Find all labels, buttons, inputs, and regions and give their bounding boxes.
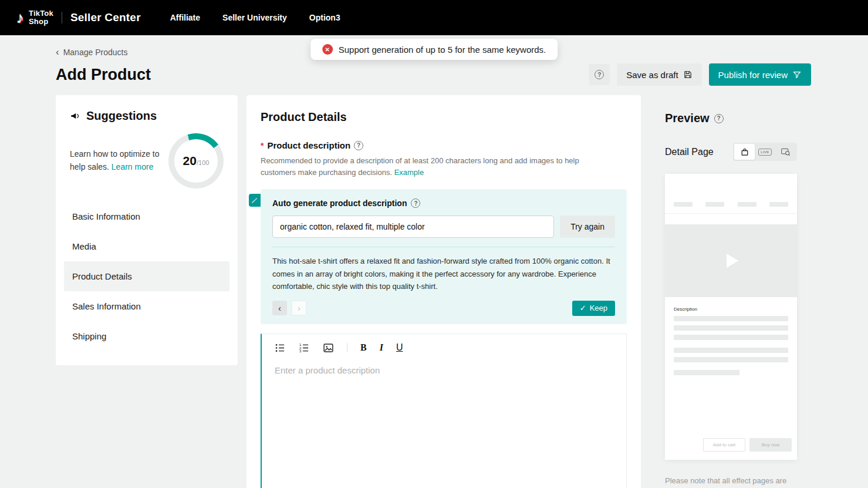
description-field-label: Product description	[267, 140, 350, 150]
editor-toolbar: 1 2 3 B I U	[262, 334, 626, 359]
bold-button[interactable]: B	[360, 342, 367, 353]
suggestions-panel: Suggestions Learn how to optimize to hel…	[56, 95, 238, 365]
mock-footer: Add to cart Buy now	[665, 438, 797, 460]
brand-line2: Shop	[29, 18, 53, 26]
sidebar-item-shipping[interactable]: Shipping	[64, 321, 229, 351]
preview-title: Preview	[665, 112, 710, 125]
nav-seller-university[interactable]: Seller University	[222, 13, 287, 22]
description-help-icon[interactable]: ?	[354, 141, 363, 150]
publish-for-review-button[interactable]: Publish for review	[709, 63, 811, 86]
suggestions-title: Suggestions	[86, 109, 157, 123]
keep-label: Keep	[590, 304, 607, 312]
placeholder-bar	[705, 202, 724, 207]
product-details-card: Product Details * Product description ? …	[246, 95, 641, 488]
prev-result-button[interactable]: ‹	[272, 301, 287, 315]
breadcrumb[interactable]: ‹ Manage Products	[56, 47, 127, 57]
topbar: ♪ TikTok Shop Seller Center Affiliate Se…	[0, 0, 868, 35]
generated-description-text: This hot-sale t-shirt offers a relaxed f…	[272, 255, 615, 292]
preview-header: Preview ?	[665, 112, 803, 125]
toast-notification: ✕ Support generation of up to 5 for the …	[310, 39, 558, 60]
autogen-controls: ‹ › ✓ Keep	[272, 301, 615, 316]
top-navigation: Affiliate Seller University Option3	[170, 13, 340, 22]
nav-affiliate[interactable]: Affiliate	[170, 13, 200, 22]
content-columns: Suggestions Learn how to optimize to hel…	[56, 95, 868, 488]
description-helper-text: Recommended to provide a description of …	[261, 155, 613, 179]
sidebar-item-sales-information[interactable]: Sales Information	[64, 291, 229, 321]
italic-button[interactable]: I	[380, 342, 383, 353]
score-max: /100	[197, 159, 209, 166]
underline-button[interactable]: U	[396, 342, 403, 353]
preview-tabs-row: Detail Page LIVE	[665, 143, 797, 161]
description-editor: 1 2 3 B I U Enter	[261, 334, 627, 488]
tiktok-shop-logo[interactable]: ♪ TikTok Shop	[16, 9, 53, 25]
keywords-input[interactable]	[272, 216, 554, 238]
editor-input-area[interactable]: Enter a product description	[262, 359, 626, 488]
preview-help-icon[interactable]: ?	[714, 114, 724, 123]
optimize-description: Learn how to optimize to help sales. Lea…	[70, 148, 160, 173]
help-button[interactable]: ?	[589, 64, 610, 85]
placeholder-bar	[674, 316, 788, 321]
topbar-divider	[62, 12, 62, 23]
magic-wand-tab[interactable]	[249, 194, 261, 207]
tiktok-note-icon: ♪	[16, 10, 24, 25]
autogen-title-row: Auto generate product description ?	[272, 198, 615, 208]
ordered-list-icon: 1 2 3	[299, 342, 310, 354]
detail-page-preview-mockup: Description Add to cart Buy now	[665, 174, 797, 460]
placeholder-bar	[674, 370, 739, 375]
preview-panel: Preview ? Detail Page LIVE	[651, 95, 811, 488]
save-icon	[683, 70, 693, 79]
preview-mode-switcher: LIVE	[733, 143, 797, 161]
next-result-button[interactable]: ›	[292, 301, 306, 315]
bullet-list-icon	[275, 342, 286, 354]
megaphone-icon	[70, 110, 81, 122]
play-icon	[727, 254, 738, 268]
try-again-button[interactable]: Try again	[560, 216, 615, 238]
autogen-divider	[272, 247, 615, 247]
learn-more-link[interactable]: Learn more	[112, 162, 154, 171]
mock-add-to-cart-button: Add to cart	[703, 438, 745, 452]
save-draft-button[interactable]: Save as draft	[617, 63, 701, 86]
autogen-title: Auto generate product description	[272, 198, 407, 208]
suggestions-header: Suggestions	[64, 109, 229, 123]
score-text: 20 /100	[168, 133, 224, 189]
brand-line1: TikTok	[29, 9, 53, 18]
example-link[interactable]: Example	[394, 168, 424, 177]
sidebar-item-product-details[interactable]: Product Details	[64, 261, 229, 291]
search-video-icon	[781, 147, 791, 157]
image-icon	[323, 342, 334, 354]
optimize-row: Learn how to optimize to help sales. Lea…	[64, 133, 229, 189]
placeholder-bar	[674, 335, 788, 340]
autogen-input-row: Try again	[272, 216, 615, 238]
sidebar-item-media[interactable]: Media	[64, 231, 229, 261]
placeholder-bar	[738, 202, 756, 207]
live-icon: LIVE	[758, 149, 772, 156]
detail-page-tab[interactable]	[734, 144, 755, 160]
score-progress-ring: 20 /100	[168, 133, 224, 189]
magic-wand-icon	[251, 197, 258, 204]
nav-option3[interactable]: Option3	[309, 13, 340, 22]
check-icon: ✓	[580, 304, 586, 312]
placeholder-bar	[674, 357, 788, 362]
live-preview-tab[interactable]: LIVE	[755, 144, 775, 160]
autogen-help-icon[interactable]: ?	[411, 198, 420, 208]
toast-message: Support generation of up to 5 for the sa…	[339, 45, 546, 55]
bullet-list-button[interactable]	[275, 342, 286, 354]
breadcrumb-label: Manage Products	[63, 48, 128, 57]
chevron-left-icon: ‹	[56, 47, 59, 57]
required-mark: *	[261, 141, 264, 150]
ordered-list-button[interactable]: 1 2 3	[299, 342, 310, 354]
placeholder-bar	[674, 325, 788, 331]
insert-image-button[interactable]	[323, 342, 334, 354]
search-preview-tab[interactable]	[775, 144, 796, 160]
auto-generate-box: Auto generate product description ? Try …	[261, 189, 627, 324]
mock-description-label: Description	[674, 307, 788, 312]
score-value: 20	[183, 154, 197, 168]
mock-media-area	[665, 224, 797, 297]
description-field-label-row: * Product description ?	[261, 140, 627, 150]
keep-button[interactable]: ✓ Keep	[572, 301, 615, 316]
sidebar-item-basic-information[interactable]: Basic Information	[64, 201, 229, 231]
toolbar-separator	[347, 343, 347, 352]
save-draft-label: Save as draft	[626, 70, 678, 80]
preview-note: Please note that all effect pages are pr…	[665, 475, 789, 488]
shopping-bag-icon	[740, 147, 749, 157]
